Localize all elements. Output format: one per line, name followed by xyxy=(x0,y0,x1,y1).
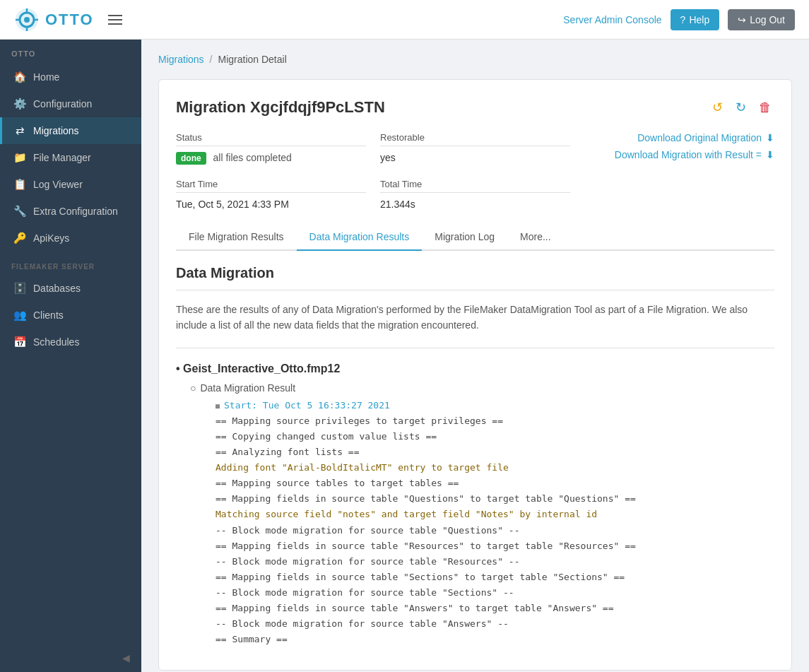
log-line: == Summary == xyxy=(215,632,774,647)
hamburger-menu[interactable] xyxy=(104,11,126,29)
breadcrumb-parent-link[interactable]: Migrations xyxy=(158,54,204,65)
logo-text: OTTO xyxy=(45,11,94,29)
tab-file-migration-results[interactable]: File Migration Results xyxy=(176,224,297,251)
log-line: == Analyzing font lists == xyxy=(215,444,774,460)
download-result-link[interactable]: Download Migration with Result = ⬇ xyxy=(584,149,774,160)
migrations-icon: ⇄ xyxy=(13,124,26,137)
clients-icon: 👥 xyxy=(13,309,26,322)
delete-button[interactable]: 🗑 xyxy=(756,97,774,118)
log-line: == Mapping source tables to target table… xyxy=(215,476,774,491)
key-icon: 🔑 xyxy=(13,232,26,244)
sidebar-item-file-manager[interactable]: 📁 File Manager xyxy=(0,144,141,171)
sidebar-item-home[interactable]: 🏠 Home xyxy=(0,64,141,90)
logout-icon: ↪ xyxy=(738,14,746,25)
migration-title: Migration Xgcjfdqjf9PcLSTN xyxy=(176,98,385,117)
log-line: -- Block mode migration for source table… xyxy=(215,616,774,632)
card-header: Migration Xgcjfdqjf9PcLSTN ↺ ↻ 🗑 xyxy=(176,97,774,118)
sidebar-item-label: Home xyxy=(33,71,59,83)
log-line: == Mapping fields in source table "Secti… xyxy=(215,570,774,585)
tab-migration-log[interactable]: Migration Log xyxy=(422,224,507,251)
download-result-icon: ⬇ xyxy=(766,149,774,160)
status-section: Status done all files completed xyxy=(176,132,366,165)
sidebar-item-extra-config[interactable]: 🔧 Extra Configuration xyxy=(0,198,141,225)
download-result-label: Download Migration with Result = xyxy=(615,149,762,160)
sidebar-item-apikeys[interactable]: 🔑 ApiKeys xyxy=(0,225,141,252)
log-icon: 📋 xyxy=(13,178,26,191)
section-description: These are the results of any of Data Mig… xyxy=(176,302,774,334)
download-section: Download Original Migration ⬇ Download M… xyxy=(584,132,774,165)
otto-logo-icon xyxy=(14,7,40,33)
restorable-value: yes xyxy=(380,152,570,163)
help-button[interactable]: ? Help xyxy=(671,9,720,30)
restorable-label: Restorable xyxy=(380,132,570,146)
sidebar-item-label: File Manager xyxy=(33,152,91,163)
section-title: Data Migration xyxy=(176,265,774,290)
home-icon: 🏠 xyxy=(13,71,26,83)
calendar-icon: 📅 xyxy=(13,336,26,348)
sidebar-item-schedules[interactable]: 📅 Schedules xyxy=(0,329,141,355)
log-line: == Mapping fields in source table "Quest… xyxy=(215,491,774,507)
sidebar-item-label: ApiKeys xyxy=(33,232,69,244)
chevron-left-icon: ◀ xyxy=(122,652,130,664)
log-line: == Copying changed custom value lists == xyxy=(215,429,774,444)
download-original-label: Download Original Migration xyxy=(637,132,762,143)
log-line: -- Block mode migration for source table… xyxy=(215,523,774,538)
status-value: done all files completed xyxy=(176,152,366,165)
status-text: all files completed xyxy=(213,152,292,163)
main-content: Migrations / Migration Detail Migration … xyxy=(141,40,809,672)
sidebar-item-configuration[interactable]: ⚙️ Configuration xyxy=(0,90,141,117)
log-line: == Mapping source privileges to target p… xyxy=(215,413,774,429)
migration-sub-label: Data Migration Result xyxy=(190,382,774,394)
tabs: File Migration Results Data Migration Re… xyxy=(176,224,774,251)
sidebar-item-label: Migrations xyxy=(33,125,79,136)
topnav: OTTO Server Admin Console ? Help ↪ Log O… xyxy=(0,0,809,40)
migration-card: Migration Xgcjfdqjf9PcLSTN ↺ ↻ 🗑 Status … xyxy=(158,79,792,671)
topnav-right: Server Admin Console ? Help ↪ Log Out xyxy=(563,9,795,30)
sidebar-item-migrations[interactable]: ⇄ Migrations xyxy=(0,117,141,144)
server-admin-link[interactable]: Server Admin Console xyxy=(563,14,661,25)
database-icon: 🗄️ xyxy=(13,282,26,295)
start-time-label: Start Time xyxy=(176,179,366,193)
log-line: -- Block mode migration for source table… xyxy=(215,585,774,601)
migration-log-lines: Start: Tue Oct 5 16:33:27 2021 == Mappin… xyxy=(215,398,774,648)
meta-grid: Status done all files completed Restorab… xyxy=(176,132,774,165)
logout-button[interactable]: ↪ Log Out xyxy=(728,9,795,30)
sidebar-item-databases[interactable]: 🗄️ Databases xyxy=(0,275,141,302)
tab-data-migration-results[interactable]: Data Migration Results xyxy=(297,224,423,251)
status-label: Status xyxy=(176,132,366,146)
sidebar-collapse-button[interactable]: ◀ xyxy=(0,644,141,672)
total-time-label: Total Time xyxy=(380,179,570,193)
section-divider xyxy=(176,348,774,348)
migration-sub-section: Data Migration Result Start: Tue Oct 5 1… xyxy=(190,382,774,648)
sidebar-item-log-viewer[interactable]: 📋 Log Viewer xyxy=(0,171,141,198)
start-time-section: Start Time Tue, Oct 5, 2021 4:33 PM xyxy=(176,179,366,210)
restorable-section: Restorable yes xyxy=(380,132,570,165)
sidebar-item-label: Extra Configuration xyxy=(33,206,118,217)
help-icon: ? xyxy=(680,14,686,25)
sidebar-item-label: Schedules xyxy=(33,336,79,348)
sidebar-item-label: Clients xyxy=(33,310,64,321)
sidebar: OTTO 🏠 Home ⚙️ Configuration ⇄ Migration… xyxy=(0,40,141,672)
breadcrumb: Migrations / Migration Detail xyxy=(158,54,792,65)
topnav-left: OTTO xyxy=(14,7,126,33)
card-actions: ↺ ↻ 🗑 xyxy=(709,97,774,118)
folder-icon: 📁 xyxy=(13,151,26,164)
data-migration-section: Data Migration These are the results of … xyxy=(176,265,774,647)
log-line: == Mapping fields in source table "Resou… xyxy=(215,538,774,554)
download-original-link[interactable]: Download Original Migration ⬇ xyxy=(584,132,774,143)
sidebar-item-label: Databases xyxy=(33,283,81,294)
migration-file-name: Geist_Interactive_Otto.fmp12 xyxy=(176,362,774,375)
download-original-icon: ⬇ xyxy=(766,132,774,143)
gear-icon: ⚙️ xyxy=(13,98,26,110)
sidebar-item-clients[interactable]: 👥 Clients xyxy=(0,302,141,329)
svg-point-2 xyxy=(24,17,30,23)
wrench-icon: 🔧 xyxy=(13,205,26,218)
tab-more[interactable]: More... xyxy=(507,224,564,251)
log-line: -- Block mode migration for source table… xyxy=(215,554,774,570)
reload-button[interactable]: ↻ xyxy=(733,97,749,118)
logo: OTTO xyxy=(14,7,94,33)
sidebar-item-label: Log Viewer xyxy=(33,179,83,190)
refresh-button[interactable]: ↺ xyxy=(709,97,726,118)
breadcrumb-separator: / xyxy=(210,54,213,65)
status-badge: done xyxy=(176,152,206,165)
